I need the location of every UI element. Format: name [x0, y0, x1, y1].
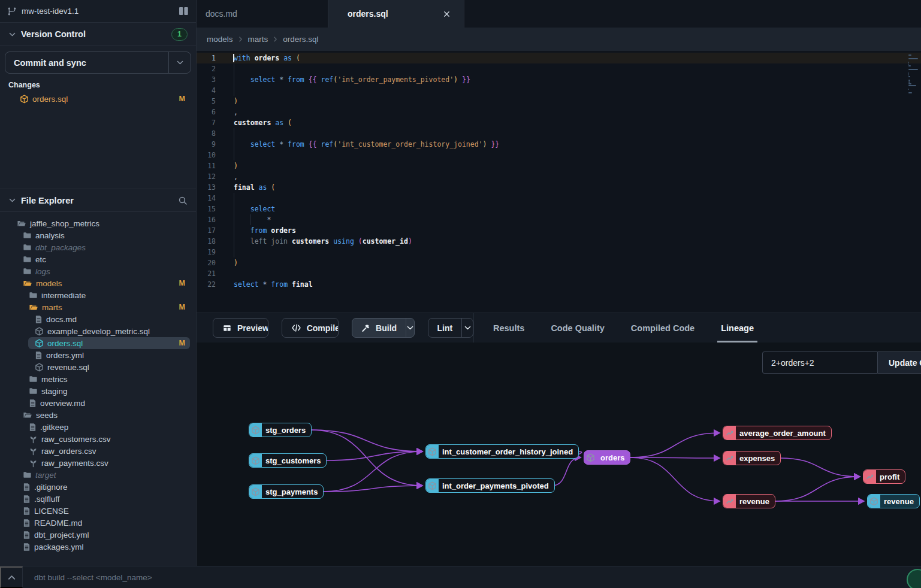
command-input[interactable]: dbt build --select <model_name>: [23, 573, 152, 582]
lineage-selector-input[interactable]: 2+orders+2: [762, 351, 877, 374]
lineage-node-stg_customers[interactable]: stg_customers: [249, 453, 327, 468]
code-line-4[interactable]: 4: [197, 85, 921, 96]
line-number: 9: [197, 139, 224, 150]
panels-icon[interactable]: [179, 7, 189, 16]
compile-button[interactable]: Compile: [282, 318, 339, 338]
file-tree-item-raw-payments-csv[interactable]: raw_payments.csv: [0, 457, 196, 469]
file-tree-item--gitignore[interactable]: .gitignore: [0, 481, 196, 493]
lint-button[interactable]: Lint: [428, 318, 473, 338]
version-control-header[interactable]: Version Control 1: [0, 23, 196, 46]
status-indicator[interactable]: [907, 569, 921, 588]
file-tree-item-jaffle-shop-metrics[interactable]: jaffle_shop_metrics: [0, 217, 196, 229]
lineage-node-orders[interactable]: orders: [584, 450, 630, 465]
code-line-3[interactable]: 3 select * from {{ ref('int_order_paymen…: [197, 74, 921, 85]
search-icon[interactable]: [178, 196, 188, 205]
lineage-node-stg_payments[interactable]: stg_payments: [249, 484, 324, 499]
lineage-node-expenses[interactable]: expenses: [723, 451, 781, 465]
code-line-20[interactable]: 20): [197, 257, 921, 268]
commit-dropdown-toggle[interactable]: [168, 52, 191, 73]
file-tree-item-dbt-packages[interactable]: dbt_packages: [0, 241, 196, 253]
panel-tab-compiled-code[interactable]: Compiled Code: [631, 313, 694, 343]
build-button[interactable]: Build: [352, 318, 414, 338]
code-line-6[interactable]: 6,: [197, 107, 921, 117]
file-tree-item-marts[interactable]: martsM: [0, 301, 196, 313]
file-tree-item-overview-md[interactable]: overview.md: [0, 397, 196, 409]
file-tree-item-metrics[interactable]: metrics: [0, 373, 196, 385]
file-tree-item-etc[interactable]: etc: [0, 253, 196, 265]
file-tree-item--sqlfluff[interactable]: .sqlfluff: [0, 493, 196, 505]
build-dropdown-toggle[interactable]: [406, 319, 414, 337]
panel-tab-code-quality[interactable]: Code Quality: [551, 313, 604, 343]
file-tree-item-readme-md[interactable]: README.md: [0, 517, 196, 529]
code-line-13[interactable]: 13final as (: [197, 182, 921, 193]
file-tree-item-target[interactable]: target: [0, 469, 196, 481]
command-bar-expand-button[interactable]: [0, 566, 23, 588]
file-tree-item-revenue-sql[interactable]: revenue.sql: [0, 361, 196, 373]
editor-region: docs.mdorders.sql modelsmartsorders.sql …: [197, 0, 921, 566]
preview-button[interactable]: Preview: [213, 318, 268, 338]
code-line-14[interactable]: 14: [197, 193, 921, 204]
file-explorer-header[interactable]: File Explorer: [0, 189, 196, 212]
file-tree-item-raw-orders-csv[interactable]: raw_orders.csv: [0, 445, 196, 457]
lineage-node-int_customer_order_history_joined[interactable]: int_customer_order_history_joined: [425, 444, 579, 459]
editor-minimap[interactable]: [908, 54, 919, 94]
lineage-node-label: revenue: [880, 495, 919, 508]
file-tree-item-raw-customers-csv[interactable]: raw_customers.csv: [0, 433, 196, 445]
code-line-15[interactable]: 15 select: [197, 204, 921, 214]
file-tree-item-label: overview.md: [40, 399, 85, 408]
breadcrumb-item[interactable]: marts: [248, 35, 268, 44]
file-tree-item-models[interactable]: modelsM: [0, 277, 196, 289]
file-tree-item-dbt-project-yml[interactable]: dbt_project.yml: [0, 529, 196, 541]
file-tree-item--gitkeep[interactable]: .gitkeep: [0, 421, 196, 433]
code-line-10[interactable]: 10: [197, 150, 921, 160]
file-tree-item-example-develop-metric-sql[interactable]: example_develop_metric.sql: [0, 325, 196, 337]
code-line-12[interactable]: 12,: [197, 171, 921, 182]
commit-button-label[interactable]: Commit and sync: [5, 52, 168, 73]
file-tree-item-packages-yml[interactable]: packages.yml: [0, 541, 196, 553]
lint-dropdown-toggle[interactable]: [461, 319, 473, 337]
editor-tab-orders-sql[interactable]: orders.sql: [328, 0, 464, 28]
file-tree-item-license[interactable]: LICENSE: [0, 505, 196, 517]
code-line-16[interactable]: 16 *: [197, 214, 921, 225]
code-line-17[interactable]: 17 from orders: [197, 225, 921, 236]
panel-tab-lineage[interactable]: Lineage: [721, 313, 754, 343]
code-line-5[interactable]: 5): [197, 96, 921, 107]
file-tree-item-label: example_develop_metric.sql: [47, 327, 150, 336]
code-line-8[interactable]: 8: [197, 128, 921, 139]
breadcrumb-item[interactable]: models: [207, 35, 233, 44]
code-line-21[interactable]: 21: [197, 268, 921, 279]
breadcrumb-item[interactable]: orders.sql: [283, 35, 318, 44]
code-line-2[interactable]: 2: [197, 63, 921, 74]
code-line-18[interactable]: 18 left join customers using (customer_i…: [197, 236, 921, 247]
file-tree-item-seeds[interactable]: seeds: [0, 409, 196, 421]
code-line-11[interactable]: 11): [197, 160, 921, 171]
lineage-node-stg_orders[interactable]: stg_orders: [249, 423, 312, 437]
folder-open-icon: [23, 411, 32, 419]
file-tree-item-logs[interactable]: logs: [0, 265, 196, 277]
code-editor[interactable]: 1with orders as (23 select * from {{ ref…: [197, 51, 921, 313]
file-tree-item-orders-sql[interactable]: orders.sqlM: [0, 337, 196, 349]
file-tree-item-docs-md[interactable]: docs.md: [0, 313, 196, 325]
editor-tab-docs-md[interactable]: docs.md: [197, 0, 328, 28]
commit-and-sync-button[interactable]: Commit and sync: [5, 51, 191, 74]
lineage-node-profit[interactable]: profit: [863, 469, 905, 484]
close-icon[interactable]: [443, 10, 451, 18]
file-tree-item-orders-yml[interactable]: orders.yml: [0, 349, 196, 361]
lineage-node-revenue[interactable]: revenue: [723, 494, 775, 508]
code-line-7[interactable]: 7customers as (: [197, 117, 921, 128]
code-line-9[interactable]: 9 select * from {{ ref('int_customer_ord…: [197, 139, 921, 150]
lineage-node-int_order_payments_pivoted[interactable]: int_order_payments_pivoted: [425, 478, 555, 493]
code-line-1[interactable]: 1with orders as (: [197, 53, 921, 63]
file-tree-item-staging[interactable]: staging: [0, 385, 196, 397]
changed-file-row[interactable]: orders.sqlM: [0, 93, 196, 105]
code-line-22[interactable]: 22select * from final: [197, 279, 921, 290]
code-line-19[interactable]: 19: [197, 247, 921, 257]
file-tree-item-label: README.md: [34, 519, 82, 528]
file-tree-item-intermediate[interactable]: intermediate: [0, 289, 196, 301]
lineage-node-average_order_amount[interactable]: average_order_amount: [723, 426, 832, 440]
lineage-node-revenue_model[interactable]: revenue: [867, 494, 920, 508]
file-tree-item-analysis[interactable]: analysis: [0, 229, 196, 241]
update-graph-button[interactable]: Update Graph: [877, 351, 921, 374]
panel-tab-results[interactable]: Results: [493, 313, 524, 343]
indent-guide: [234, 74, 234, 85]
